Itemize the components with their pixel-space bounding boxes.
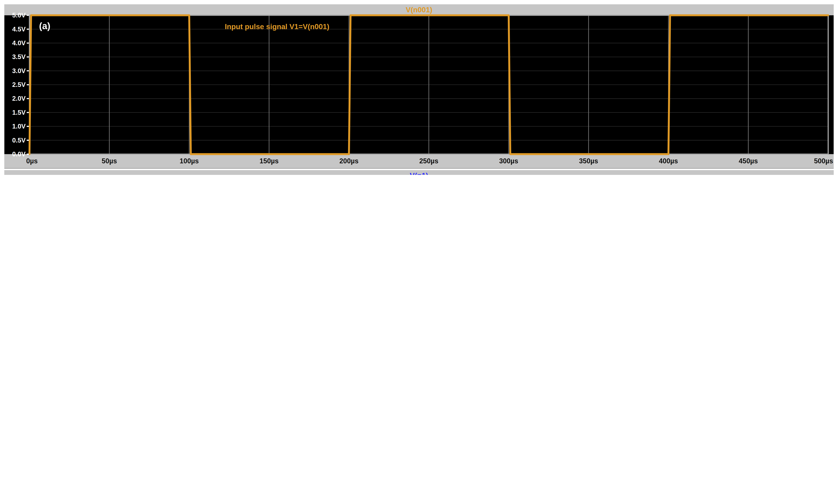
x-tick-label: 400µs <box>659 157 678 165</box>
y-tick-label: 4.5V <box>12 25 25 33</box>
y-tick-label: 5.0V <box>12 12 25 19</box>
panel-interference: V(n1)0.0V0.5V1.0V1.5V2.0V2.5V3.0V3.5V4.0… <box>4 170 834 175</box>
x-tick-label: 350µs <box>579 157 598 165</box>
x-tick-label: 250µs <box>419 157 438 165</box>
x-tick-label: 150µs <box>260 157 279 165</box>
y-tick-label: 0.0V <box>12 150 25 158</box>
panel-svg-(a): V(n001)0.0V0.5V1.0V1.5V2.0V2.5V3.0V3.5V4… <box>4 4 834 168</box>
waveform-viewer: V(n001)0.0V0.5V1.0V1.5V2.0V2.5V3.0V3.5V4… <box>0 0 838 175</box>
y-tick-label: 4.0V <box>12 39 25 47</box>
x-axis-strip <box>4 154 834 168</box>
trace-title: V(n001) <box>406 6 432 14</box>
y-tick-label: 3.0V <box>12 67 25 74</box>
y-tick-label: 2.0V <box>12 95 25 102</box>
y-tick-label: 3.5V <box>12 53 25 60</box>
x-tick-label: 100µs <box>180 157 199 165</box>
annotation-text: Input pulse signal V1=V(n001) <box>225 22 329 31</box>
x-tick-label: 450µs <box>739 157 758 165</box>
y-tick-label: 2.5V <box>12 81 25 88</box>
panel-svg-(b): V(n1)0.0V0.5V1.0V1.5V2.0V2.5V3.0V3.5V4.0… <box>4 170 834 175</box>
x-tick-label: 500µs <box>814 157 833 165</box>
x-tick-label: 0µs <box>26 157 38 165</box>
annotation-text: (a) <box>39 21 50 31</box>
y-tick-label: 0.5V <box>12 137 25 144</box>
x-tick-label: 200µs <box>339 157 359 165</box>
trace-title: V(n1) <box>410 171 428 175</box>
x-tick-label: 50µs <box>102 157 117 165</box>
y-tick-label: 1.0V <box>12 123 25 130</box>
x-tick-label: 300µs <box>499 157 518 165</box>
y-tick-label: 1.5V <box>12 109 25 116</box>
panel-input-pulse: V(n001)0.0V0.5V1.0V1.5V2.0V2.5V3.0V3.5V4… <box>4 4 834 168</box>
